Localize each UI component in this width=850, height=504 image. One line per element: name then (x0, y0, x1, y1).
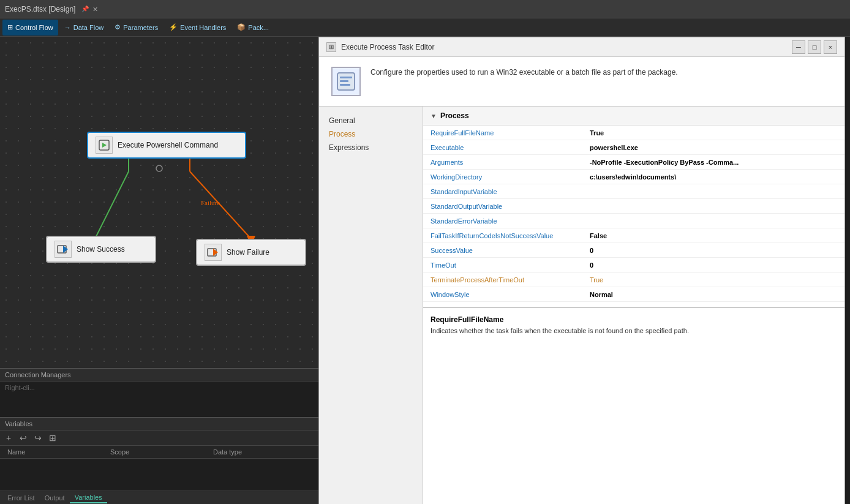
prop-value-working-dir: c:\users\edwin\documents\ (590, 173, 676, 181)
task-label-main: Execute Powershell Command (118, 141, 218, 149)
control-flow-icon: ⊞ (7, 23, 13, 31)
package-explorer-icon: 📦 (237, 23, 246, 31)
variables-table-header: Name Scope Data type (0, 446, 318, 459)
design-canvas: Failure Execute Powershell Command (0, 37, 318, 504)
task-label-success: Show Success (77, 245, 125, 254)
prop-value-window-style: Normal (590, 291, 613, 298)
prop-row-stdout-var[interactable]: StandardOutputVariable (423, 199, 844, 214)
dialog-nav-expressions[interactable]: Expressions (319, 141, 423, 154)
prop-row-success-val[interactable]: SuccessValue 0 (423, 243, 844, 258)
parameters-icon: ⚙ (115, 23, 121, 31)
task-node-success[interactable]: Show Success (46, 236, 156, 263)
prop-value-fail-task: False (590, 232, 607, 239)
prop-row-timeout[interactable]: TimeOut 0 (423, 258, 844, 273)
svg-marker-13 (213, 249, 218, 256)
toolbar-data-flow[interactable]: → Data Flow (59, 20, 109, 36)
toolbar-package-explorer[interactable]: 📦 Pack... (232, 20, 274, 36)
task-node-main[interactable]: Execute Powershell Command (87, 132, 246, 159)
dialog-header: Configure the properties used to run a W… (319, 57, 844, 107)
toolbar-control-flow[interactable]: ⊞ Control Flow (2, 20, 58, 36)
variables-panel: Variables + ↩ ↪ ⊞ Name Scope Data type (0, 417, 318, 491)
dialog-minimize-btn[interactable]: ─ (792, 40, 805, 54)
prop-row-require-full-filename[interactable]: RequireFullFileName True (423, 126, 844, 140)
right-edge-scrollbar (845, 37, 850, 504)
toolbar: ⊞ Control Flow → Data Flow ⚙ Parameters … (0, 18, 850, 37)
dialog-header-text: Configure the properties used to run a W… (370, 67, 678, 78)
prop-row-window-style[interactable]: WindowStyle Normal (423, 287, 844, 302)
prop-row-executable[interactable]: Executable powershell.exe (423, 140, 844, 155)
props-section-title: Process (440, 111, 469, 120)
variables-toolbar: + ↩ ↪ ⊞ (0, 431, 318, 446)
ide-window: ExecPS.dtsx [Design] 📌 × ⊞ Control Flow … (0, 0, 850, 504)
dialog-body: General Process Expressions ▼ Process Re… (319, 107, 844, 504)
prop-name-require-full-filename: RequireFullFileName (431, 129, 590, 137)
bottom-tab-variables[interactable]: Variables (70, 492, 107, 503)
bottom-tab-output[interactable]: Output (40, 493, 70, 503)
dialog-title: ⊞ Execute Process Task Editor (326, 42, 792, 52)
var-grid-btn[interactable]: ⊞ (47, 432, 59, 444)
connection-managers-panel: Connection Managers Right-cli... (0, 368, 318, 417)
bottom-tab-error-list[interactable]: Error List (2, 493, 40, 503)
prop-row-terminate[interactable]: TerminateProcessAfterTimeOut True (423, 273, 844, 287)
prop-name-stderr-var: StandardErrorVariable (431, 217, 590, 225)
prop-value-timeout: 0 (590, 261, 593, 269)
prop-row-stdin-var[interactable]: StandardInputVariable (423, 184, 844, 199)
dialog-title-icon: ⊞ (326, 42, 336, 52)
dialog-nav-general[interactable]: General (319, 114, 423, 127)
dialog-desc-text: Indicates whether the task fails when th… (431, 326, 837, 336)
prop-row-working-dir[interactable]: WorkingDirectory c:\users\edwin\document… (423, 170, 844, 184)
prop-value-require-full-filename: True (590, 129, 604, 137)
prop-row-stderr-var[interactable]: StandardErrorVariable (423, 214, 844, 228)
prop-name-fail-task: FailTaskIfReturnCodeIsNotSuccessValue (431, 232, 590, 239)
prop-name-executable: Executable (431, 144, 590, 151)
event-handlers-icon: ⚡ (169, 23, 178, 31)
prop-name-arguments: Arguments (431, 159, 590, 166)
prop-value-arguments: -NoProfile -ExecutionPolicy ByPass -Comm… (590, 159, 739, 166)
dialog-maximize-btn[interactable]: □ (808, 40, 821, 54)
conn-managers-area: Right-cli... (0, 382, 318, 394)
title-bar-text: ExecPS.dtsx [Design] (5, 5, 75, 13)
svg-rect-15 (340, 77, 352, 78)
var-redo-btn[interactable]: ↪ (32, 432, 44, 444)
prop-value-terminate: True (590, 276, 603, 284)
execute-process-dialog: ⊞ Execute Process Task Editor ─ □ × (318, 37, 845, 504)
dialog-titlebar: ⊞ Execute Process Task Editor ─ □ × (319, 37, 844, 57)
dialog-header-icon (331, 67, 361, 96)
task-icon-failure (205, 244, 222, 261)
canvas-grid (0, 37, 318, 368)
dialog-nav-process[interactable]: Process (319, 127, 423, 141)
prop-name-window-style: WindowStyle (431, 291, 590, 298)
svg-rect-17 (340, 84, 350, 86)
props-section-header[interactable]: ▼ Process (423, 107, 844, 126)
var-add-btn[interactable]: + (2, 432, 15, 444)
task-node-failure[interactable]: Show Failure (196, 239, 306, 266)
title-bar: ExecPS.dtsx [Design] 📌 × (0, 0, 850, 18)
dialog-close-btn[interactable]: × (824, 40, 837, 54)
prop-row-fail-task[interactable]: FailTaskIfReturnCodeIsNotSuccessValue Fa… (423, 228, 844, 243)
main-content: Failure Execute Powershell Command (0, 37, 850, 504)
conn-managers-header: Connection Managers (0, 369, 318, 382)
prop-value-success-val: 0 (590, 247, 593, 254)
task-icon-main (96, 137, 113, 154)
dialog-nav: General Process Expressions (319, 107, 423, 504)
title-pin-btn[interactable]: 📌 (81, 6, 89, 12)
canvas-area[interactable]: Failure Execute Powershell Command (0, 37, 318, 368)
var-undo-btn[interactable]: ↩ (17, 432, 29, 444)
dialog-titlebar-buttons: ─ □ × (792, 40, 837, 54)
bottom-tabs: Error List Output Variables (0, 491, 318, 504)
section-chevron-icon: ▼ (431, 113, 437, 119)
variables-header: Variables (0, 418, 318, 431)
prop-value-executable: powershell.exe (590, 144, 638, 151)
svg-marker-9 (102, 143, 107, 148)
toolbar-event-handlers[interactable]: ⚡ Event Handlers (164, 20, 231, 36)
prop-name-success-val: SuccessValue (431, 247, 590, 254)
data-flow-icon: → (64, 24, 71, 31)
toolbar-parameters[interactable]: ⚙ Parameters (110, 20, 163, 36)
prop-name-stdout-var: StandardOutputVariable (431, 203, 590, 210)
task-label-failure: Show Failure (227, 248, 269, 257)
task-icon-success (55, 241, 72, 258)
title-close-btn[interactable]: × (92, 4, 97, 14)
prop-name-stdin-var: StandardInputVariable (431, 188, 590, 195)
dialog-properties[interactable]: ▼ Process RequireFullFileName True Execu… (423, 107, 844, 504)
prop-row-arguments[interactable]: Arguments -NoProfile -ExecutionPolicy By… (423, 155, 844, 170)
